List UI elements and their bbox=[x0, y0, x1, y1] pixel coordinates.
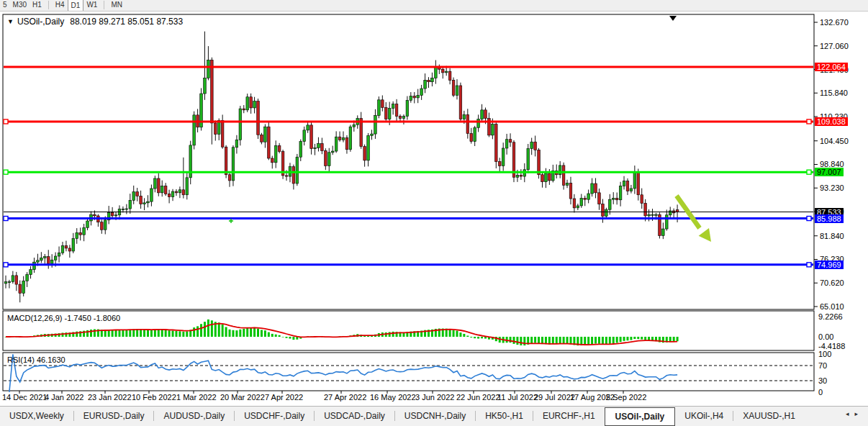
tab-eurusd-daily[interactable]: EURUSD-,Daily bbox=[74, 407, 154, 425]
chart-symbol-label: USOil-,Daily bbox=[17, 17, 64, 27]
chart-title: ▼USOil-,Daily88.019 89.271 85.051 87.533 bbox=[7, 17, 183, 27]
macd-pane bbox=[3, 311, 814, 350]
y-axis-tick-label: 115.840 bbox=[820, 89, 848, 97]
tab-scroll-right-icon[interactable]: ▸ bbox=[854, 410, 864, 417]
price-tag-122-064: 122.064 bbox=[815, 63, 848, 71]
tab-usdx-weekly[interactable]: USDX,Weekly bbox=[0, 407, 73, 425]
price-tag-85-988: 85.988 bbox=[815, 214, 844, 223]
tab-audusd-daily[interactable]: AUDUSD-,Daily bbox=[154, 407, 234, 425]
x-axis-date-label: 20 Mar 2022 bbox=[220, 393, 265, 402]
macd-axis-label: 0.00 bbox=[818, 333, 833, 341]
macd-axis-label: 9.2266 bbox=[818, 313, 843, 321]
x-axis-date-label: 5 Sep 2022 bbox=[606, 393, 646, 402]
x-axis-date-label: 1 Mar 2022 bbox=[176, 393, 217, 402]
y-axis-tick-label: 81.840 bbox=[820, 232, 844, 240]
rsi-label: RSI(14) 46.1630 bbox=[7, 355, 65, 364]
x-axis-date-label: 4 Jan 2022 bbox=[45, 393, 83, 402]
rsi-axis-label: 0 bbox=[818, 389, 823, 396]
x-axis-date-label: 14 Dec 2021 bbox=[2, 393, 47, 402]
tab-usdcad-daily[interactable]: USDCAD-,Daily bbox=[315, 407, 394, 425]
rsi-axis-label: 100 bbox=[818, 350, 831, 358]
y-axis-tick-label: 132.670 bbox=[820, 19, 849, 27]
x-axis-date-label: 7 Apr 2022 bbox=[265, 393, 303, 402]
tab-eurchf-h1[interactable]: EURCHF-,H1 bbox=[533, 407, 605, 425]
x-axis-date-label: 11 Jul 2022 bbox=[497, 393, 538, 402]
x-axis-date-label: 29 Jul 2022 bbox=[534, 393, 575, 402]
y-axis-tick-label: 127.060 bbox=[820, 42, 849, 50]
y-axis-tick-label: 104.450 bbox=[820, 137, 849, 145]
tab-scroll-left-icon[interactable]: ◂ bbox=[846, 410, 855, 417]
tab-usdcnh-daily[interactable]: USDCNH-,Daily bbox=[395, 407, 475, 425]
tab-hk50-h1[interactable]: HK50-,H1 bbox=[476, 407, 533, 425]
x-axis-date-label: 3 Jun 2022 bbox=[415, 393, 454, 402]
x-axis-date-label: 16 May 2022 bbox=[370, 393, 416, 402]
price-tag-109-038: 109.038 bbox=[815, 117, 848, 126]
y-axis-tick-label: 70.620 bbox=[820, 279, 844, 287]
symbol-dropdown-icon[interactable]: ▼ bbox=[7, 18, 14, 25]
price-tag-74-969: 74.969 bbox=[815, 260, 844, 269]
macd-label: MACD(12,26,9) -1.7450 -1.8060 bbox=[7, 314, 120, 322]
tab-scroll-arrows: ◂▸ bbox=[846, 410, 864, 417]
x-axis-date-label: 27 Apr 2022 bbox=[324, 393, 366, 402]
chart-ohlc-values: 88.019 89.271 85.051 87.533 bbox=[70, 17, 183, 27]
y-axis-tick-label: 65.010 bbox=[820, 303, 844, 311]
symbol-tab-bar: USDX,WeeklyEURUSD-,DailyAUDUSD-,DailyUSD… bbox=[0, 406, 868, 426]
price-tag-97-007: 97.007 bbox=[815, 168, 844, 176]
tab-xauusd-h1[interactable]: XAUUSD-,H1 bbox=[733, 407, 805, 425]
x-axis-date-label: 23 Jan 2022 bbox=[88, 393, 132, 402]
rsi-axis-label: 70 bbox=[818, 362, 827, 370]
x-axis-date-label: 22 Jun 2022 bbox=[456, 393, 500, 402]
tab-ukoil-h4[interactable]: UKOil-,H4 bbox=[675, 407, 733, 425]
chart-canvas bbox=[0, 0, 868, 426]
tab-usdchf-daily[interactable]: USDCHF-,Daily bbox=[235, 407, 314, 425]
x-axis-date-label: 10 Feb 2022 bbox=[132, 393, 176, 402]
rsi-axis-label: 30 bbox=[818, 377, 827, 385]
rsi-pane bbox=[3, 353, 814, 391]
tab-usoil-daily[interactable]: USOil-,Daily bbox=[605, 407, 676, 426]
y-axis-tick-label: 93.230 bbox=[820, 184, 844, 192]
